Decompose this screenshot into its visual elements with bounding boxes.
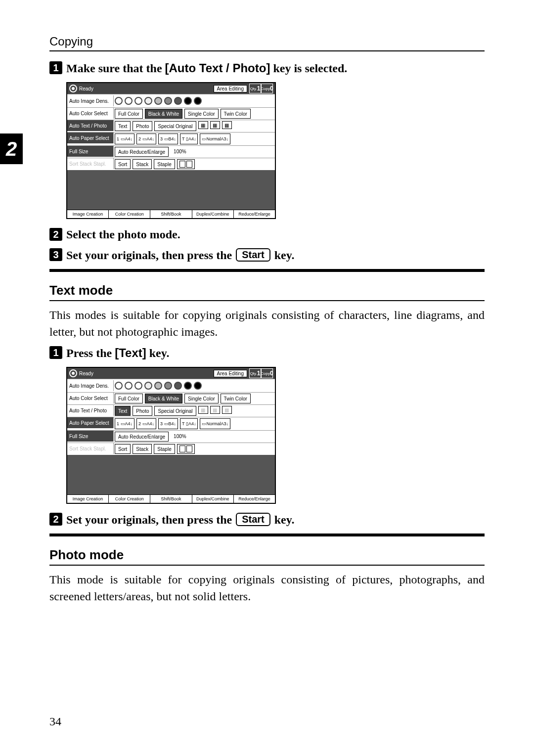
row-density-2: Auto Image Dens. [67,379,275,392]
photo-button[interactable]: Photo [133,121,152,131]
tab2-shift-book[interactable]: Shift/Book [150,495,192,503]
staple-button-2[interactable]: Staple [154,444,175,454]
density-label-2[interactable]: Auto Image Dens. [67,380,114,391]
stack-button[interactable]: Stack [133,159,152,169]
paper-select-label[interactable]: Auto Paper Select [67,133,114,143]
bw-button[interactable]: Black & White [145,109,182,119]
auto-reduce-button[interactable]: Auto Reduce/Enlarge [115,147,169,157]
special-original-button-2[interactable]: Special Original [154,406,196,416]
tab-color-creation[interactable]: Color Creation [109,210,150,218]
row-color-select-2: Auto Color Select Full Color Black & Whi… [67,392,275,404]
tray-2[interactable]: 2 ▭ A4 ↓ [136,133,156,144]
d2-6[interactable] [164,382,172,390]
tray-4b[interactable]: T ▯ A4 ↓ [180,418,198,429]
photo-button-2[interactable]: Photo [133,406,152,416]
step-3: 3 Set your originals, then press the Sta… [66,248,485,262]
orig-icon-2b[interactable]: ▦ [210,406,220,414]
sort-button[interactable]: Sort [115,159,131,169]
d2-8[interactable] [184,382,192,390]
ready-icon [69,85,77,92]
tray-2b[interactable]: 2 ▭ A4 ↓ [136,418,156,429]
tab2-image-creation[interactable]: Image Creation [67,495,109,503]
density-3[interactable] [134,97,142,105]
tray-1b[interactable]: 1 ▭ A4 ↓ [115,418,134,429]
d2-9[interactable] [194,382,202,390]
tab-reduce-enlarge[interactable]: Reduce/Enlarge [234,210,275,218]
tray-1[interactable]: 1 ▭ A4 ↓ [115,133,134,144]
sort-button-2[interactable]: Sort [115,444,131,454]
text-button-2[interactable]: Text [115,406,131,416]
d2-3[interactable] [134,382,142,390]
tray-5b[interactable]: ▭ Normal A3 ↓ [200,418,230,429]
auto-reduce-button-2[interactable]: Auto Reduce/Enlarge [115,432,169,442]
full-color-button-2[interactable]: Full Color [115,394,143,403]
step-3-text-pre: Set your originals, then press the [66,249,235,262]
tab-image-creation[interactable]: Image Creation [67,210,109,218]
density-6[interactable] [164,97,172,105]
tray-4[interactable]: T ▯ A4 ↓ [180,133,198,144]
row-full-size: Full Size Auto Reduce/Enlarge 100% [67,145,275,158]
ready-icon-2 [69,369,77,377]
tab-duplex-combine[interactable]: Duplex/Combine [192,210,234,218]
tray-3b[interactable]: 3 ▭ B4 ↓ [158,418,178,429]
density-label[interactable]: Auto Image Dens. [67,95,114,106]
d2-1[interactable] [115,382,123,390]
paper-select-label-2[interactable]: Auto Paper Select [67,417,114,428]
d2-2[interactable] [125,382,133,390]
density-2[interactable] [125,97,133,105]
row-sort: Sort Stack Stapl. Sort Stack Staple [67,158,275,170]
step-1-text-post: key is selected. [270,62,347,75]
staple-pattern-2[interactable] [177,444,195,454]
full-size-label[interactable]: Full Size [67,146,114,157]
textmode-step1-post: key. [146,347,170,359]
staple-button[interactable]: Staple [154,159,175,169]
orig-icon-2[interactable]: ▦ [210,121,220,129]
ready-label-2: Ready [79,371,214,376]
density-9[interactable] [194,97,202,105]
density-7[interactable] [174,97,182,105]
textmode-step2-pre: Set your originals, then press the [66,513,235,526]
tab-shift-book[interactable]: Shift/Book [150,210,192,218]
orig-icon-1b[interactable]: ▦ [198,406,208,414]
tray-5[interactable]: ▭ Normal A3 ↓ [200,133,230,144]
color-select-label[interactable]: Auto Color Select [67,108,114,119]
density-5[interactable] [154,97,162,105]
single-color-button[interactable]: Single Color [184,109,218,119]
tab2-color-creation[interactable]: Color Creation [109,495,150,503]
start-key-chip-2: Start [236,513,270,526]
staple-pattern[interactable] [177,159,195,169]
orig-icon-3[interactable]: ▦ [222,121,232,129]
orig-icon-1[interactable]: ▦ [198,121,208,129]
color-select-label-2[interactable]: Auto Color Select [67,393,114,403]
twin-color-button[interactable]: Twin Color [221,109,251,119]
d2-5[interactable] [154,382,162,390]
text-button[interactable]: Text [115,121,131,131]
d2-4[interactable] [144,382,152,390]
text-photo-label[interactable]: Auto Text / Photo [67,120,114,131]
special-original-button[interactable]: Special Original [154,121,196,131]
stack-button-2[interactable]: Stack [133,444,152,454]
step-2: 2 Select the photo mode. [66,228,485,241]
density-1[interactable] [115,97,123,105]
zoom-pct-2: 100% [171,432,189,441]
full-size-label-2[interactable]: Full Size [67,431,114,442]
single-color-button-2[interactable]: Single Color [184,394,218,403]
qty-label-2: Qty.1 [249,368,261,378]
density-8[interactable] [184,97,192,105]
row-paper-select-2: Auto Paper Select 1 ▭ A4 ↓ 2 ▭ A4 ↓ 3 ▭ … [67,417,275,430]
tab2-duplex-combine[interactable]: Duplex/Combine [192,495,234,503]
tab2-reduce-enlarge[interactable]: Reduce/Enlarge [234,495,275,503]
textmode-step-2: 2 Set your originals, then press the Sta… [66,513,485,527]
area-editing-button-2[interactable]: Area Editing [214,370,247,377]
textmode-step1-pre: Press the [66,347,115,359]
density-4[interactable] [144,97,152,105]
twin-color-button-2[interactable]: Twin Color [221,394,251,403]
orig-icon-3b[interactable]: ▦ [222,406,232,414]
text-photo-label-2[interactable]: Auto Text / Photo [67,405,114,416]
area-editing-button[interactable]: Area Editing [214,85,247,92]
d2-7[interactable] [174,382,182,390]
row-density: Auto Image Dens. [67,94,275,107]
full-color-button[interactable]: Full Color [115,109,143,119]
bw-button-2[interactable]: Black & White [145,394,182,403]
tray-3[interactable]: 3 ▭ B4 ↓ [158,133,178,144]
